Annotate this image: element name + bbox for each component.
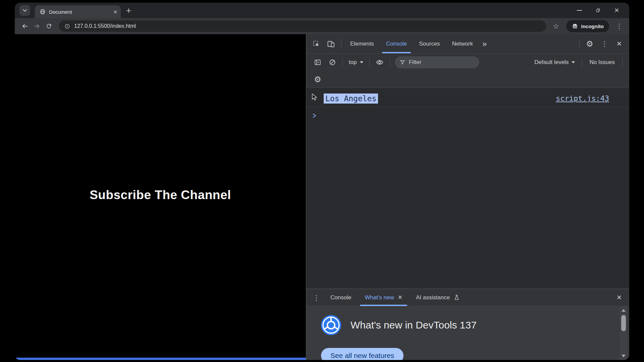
mouse-cursor-icon — [311, 93, 318, 102]
clear-circle-slash-icon — [329, 59, 336, 66]
devtools-panel: Elements Console Sources Network » ⚙ ⋮ ✕ — [306, 34, 629, 360]
tab-elements[interactable]: Elements — [344, 34, 380, 53]
console-output: Los Angeles script.js:43 — [306, 88, 629, 289]
back-arrow-icon — [21, 22, 29, 30]
window-controls: ✕ — [577, 7, 629, 14]
filter-box[interactable] — [395, 56, 479, 68]
devtools-settings-button[interactable]: ⚙ — [582, 37, 597, 51]
new-tab-button[interactable]: + — [126, 5, 131, 16]
inspect-cursor-icon — [313, 40, 320, 48]
separator — [582, 58, 582, 67]
globe-icon — [40, 9, 46, 15]
console-sidebar-toggle[interactable] — [310, 55, 325, 70]
eye-icon — [376, 58, 384, 66]
browser-window: Document ✕ + ✕ — [15, 3, 629, 360]
console-log-message[interactable]: Los Angeles — [324, 94, 378, 104]
incognito-badge: Incognito — [566, 20, 609, 32]
devtools-tabbar-right: ⚙ ⋮ ✕ — [577, 37, 627, 51]
minimize-icon — [577, 10, 582, 11]
clear-console-button[interactable] — [325, 55, 340, 70]
console-settings-button[interactable]: ⚙ — [310, 72, 325, 87]
scroll-up-arrow-icon[interactable] — [622, 309, 626, 312]
scroll-down-arrow-icon[interactable] — [622, 355, 626, 357]
separator — [369, 58, 370, 67]
devtools-drawer: ⋮ Console What's new ✕ AI assistance — [306, 289, 629, 360]
restore-button[interactable] — [595, 8, 601, 13]
tab-search-button[interactable] — [19, 5, 30, 16]
devtools-close-button[interactable]: ✕ — [612, 37, 627, 51]
reload-icon — [46, 23, 52, 29]
tab-console[interactable]: Console — [380, 34, 413, 53]
context-selector[interactable]: top — [345, 59, 367, 66]
console-prompt[interactable] — [306, 107, 629, 124]
content-row: Subscribe The Channel — [15, 34, 629, 360]
drawer-tab-whats-new[interactable]: What's new ✕ — [358, 289, 409, 306]
browser-tab-document[interactable]: Document ✕ — [35, 5, 121, 18]
whats-new-header: What's new in DevTools 137 — [320, 314, 477, 336]
prompt-chevron-icon — [312, 113, 317, 118]
filter-funnel-icon — [399, 59, 406, 65]
scrollbar-thumb[interactable] — [621, 315, 626, 331]
device-toolbar-button[interactable] — [324, 37, 338, 51]
url-text: 127.0.0.1:5500/index.html — [74, 23, 136, 29]
drawer-tab-console[interactable]: Console — [324, 289, 358, 306]
inspect-element-button[interactable] — [309, 37, 324, 51]
separator — [622, 58, 623, 67]
separator — [341, 40, 341, 48]
more-tabs-button[interactable]: » — [479, 39, 490, 49]
devtools-menu-button[interactable]: ⋮ — [597, 37, 612, 51]
chevron-down-icon — [22, 8, 28, 13]
site-info-icon — [64, 23, 70, 29]
back-button[interactable] — [19, 20, 31, 32]
console-toolbar-right: Default levels No Issues — [530, 58, 625, 67]
sidebar-panel-icon — [314, 59, 321, 66]
tab-sources[interactable]: Sources — [413, 34, 446, 53]
whats-new-tab-close-button[interactable]: ✕ — [398, 294, 402, 301]
browser-toolbar: 127.0.0.1:5500/index.html ☆ Incognito ⋮ — [15, 18, 629, 34]
console-settings-row: ⚙ — [306, 71, 629, 88]
incognito-label: Incognito — [581, 23, 604, 29]
incognito-icon — [572, 23, 578, 29]
bookmark-star-button[interactable]: ☆ — [550, 20, 562, 32]
drawer-scrollbar[interactable] — [620, 306, 627, 360]
devtools-tabbar: Elements Console Sources Network » ⚙ ⋮ ✕ — [306, 34, 629, 54]
device-toolbar-icon — [327, 40, 335, 48]
caret-down-icon — [360, 61, 363, 63]
drawer-close-button[interactable]: ✕ — [612, 290, 627, 305]
live-expression-button[interactable] — [372, 55, 387, 70]
console-source-link[interactable]: script.js:43 — [556, 94, 609, 103]
caret-down-icon — [572, 61, 575, 63]
forward-button[interactable] — [31, 20, 43, 32]
separator — [390, 58, 390, 67]
separator — [342, 58, 343, 67]
flask-icon — [453, 294, 460, 301]
restore-icon — [595, 8, 601, 13]
reload-button[interactable] — [43, 20, 55, 32]
whats-new-panel: What's new in DevTools 137 See all new f… — [306, 306, 629, 360]
chrome-devtools-logo — [320, 314, 342, 336]
issues-counter[interactable]: No Issues — [585, 59, 620, 66]
page-bottom-strip — [15, 358, 306, 360]
address-bar[interactable]: 127.0.0.1:5500/index.html — [59, 20, 546, 32]
drawer-tabbar: ⋮ Console What's new ✕ AI assistance — [306, 289, 629, 306]
page-heading: Subscribe The Channel — [90, 188, 231, 202]
console-log-row[interactable]: Los Angeles script.js:43 — [306, 90, 629, 107]
console-toolbar: top — [306, 54, 629, 71]
browser-menu-button[interactable]: ⋮ — [613, 20, 625, 32]
separator — [579, 40, 580, 48]
drawer-tab-ai-assistance[interactable]: AI assistance — [409, 289, 467, 306]
minimize-button[interactable] — [577, 10, 582, 11]
tab-title: Document — [49, 9, 110, 15]
filter-input[interactable] — [409, 59, 463, 66]
tab-strip: Document ✕ + ✕ — [15, 3, 629, 18]
see-all-features-button[interactable]: See all new features — [321, 348, 404, 360]
tab-network[interactable]: Network — [446, 34, 479, 53]
drawer-menu-button[interactable]: ⋮ — [309, 290, 324, 305]
whats-new-title: What's new in DevTools 137 — [351, 319, 477, 331]
log-levels-dropdown[interactable]: Default levels — [530, 59, 579, 66]
window-close-button[interactable]: ✕ — [614, 7, 619, 14]
forward-arrow-icon — [33, 22, 41, 30]
page-viewport: Subscribe The Channel — [15, 34, 306, 360]
tab-close-button[interactable]: ✕ — [113, 9, 117, 14]
